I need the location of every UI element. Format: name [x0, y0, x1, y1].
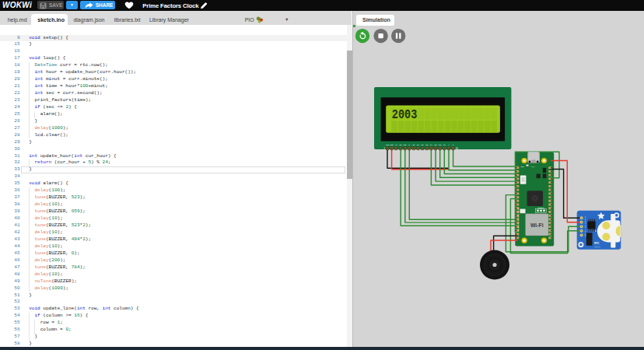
svg-text:GND: GND: [584, 215, 586, 219]
svg-text:DEBUG: DEBUG: [537, 207, 544, 209]
svg-text:SQW: SQW: [584, 233, 586, 237]
svg-text:Wi-Fi: Wi-Fi: [530, 222, 544, 228]
svg-text:2003: 2003: [392, 107, 418, 122]
svg-text:SDA: SDA: [584, 225, 586, 229]
svg-text:VDD: VDD: [390, 144, 394, 145]
svg-text:VCC: VCC: [584, 220, 586, 224]
svg-text:RTC: RTC: [594, 242, 600, 245]
svg-text:RS: RS: [399, 144, 402, 145]
svg-text:LED: LED: [521, 166, 525, 167]
svg-text:VSS: VSS: [386, 144, 390, 145]
svg-text:Raspberry Pi Pico W ©2022: Raspberry Pi Pico W ©2022: [517, 207, 520, 232]
svg-text:DS1307: DS1307: [594, 246, 600, 247]
